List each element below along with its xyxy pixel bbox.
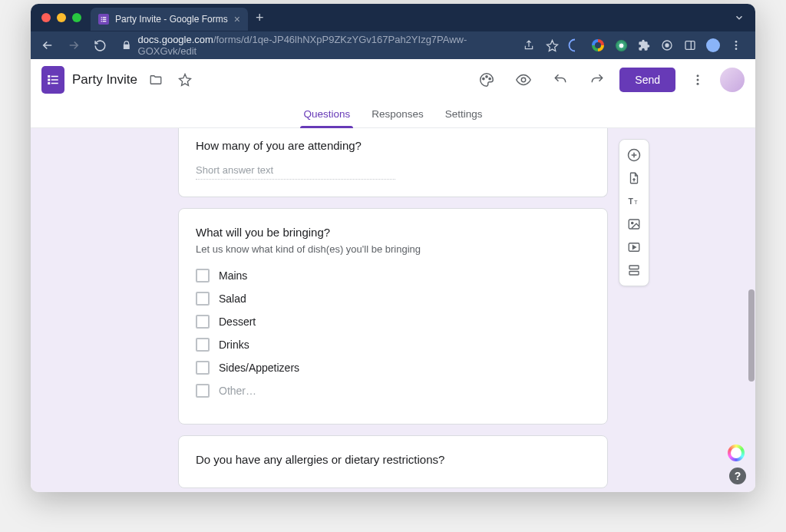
svg-point-32 xyxy=(632,222,633,223)
question-card[interactable]: What will you be bringing? Let us know w… xyxy=(178,208,608,425)
new-tab-button[interactable]: + xyxy=(248,10,272,26)
question-title[interactable]: How many of you are attending? xyxy=(196,139,590,152)
option-label[interactable]: Sides/Appetizers xyxy=(219,362,299,374)
svg-rect-8 xyxy=(685,41,695,50)
question-description[interactable]: Let us know what kind of dish(es) you'll… xyxy=(196,243,590,255)
add-section-button[interactable] xyxy=(620,259,648,281)
question-card[interactable]: How many of you are attending? Short ans… xyxy=(178,128,608,197)
checkbox-option[interactable]: Drinks xyxy=(196,338,590,352)
svg-rect-5 xyxy=(103,21,107,21)
close-window-button[interactable] xyxy=(41,13,51,22)
star-bookmark-icon[interactable] xyxy=(542,35,562,55)
svg-rect-34 xyxy=(629,266,639,269)
back-button[interactable] xyxy=(37,35,58,56)
close-tab-icon[interactable]: × xyxy=(234,13,240,25)
short-answer-placeholder: Short answer text xyxy=(196,164,395,180)
checkbox-option[interactable]: Salad xyxy=(196,292,590,306)
url-host: docs.google.com/forms/d/1qe-JP46lhNXpP9Z… xyxy=(138,34,514,57)
svg-point-19 xyxy=(483,78,484,80)
add-video-button[interactable] xyxy=(620,236,648,258)
browser-tab[interactable]: Party Invite - Google Forms × xyxy=(91,8,248,31)
extensions-puzzle-icon[interactable] xyxy=(634,35,654,55)
svg-point-25 xyxy=(697,83,699,85)
side-panel-icon[interactable] xyxy=(680,35,700,55)
svg-rect-31 xyxy=(629,220,639,229)
checkbox-icon xyxy=(196,315,210,329)
more-options-icon[interactable] xyxy=(683,65,712,94)
option-label-other[interactable]: Other… xyxy=(219,385,256,397)
ai-assistant-icon[interactable] xyxy=(728,444,745,461)
forward-button[interactable] xyxy=(63,35,84,56)
svg-point-24 xyxy=(697,79,699,81)
extension-icon-2[interactable] xyxy=(588,35,608,55)
question-card[interactable]: Do you have any allergies or dietary res… xyxy=(178,435,608,488)
option-label[interactable]: Mains xyxy=(219,269,247,282)
svg-rect-2 xyxy=(101,19,102,20)
share-icon[interactable] xyxy=(519,35,539,55)
document-title[interactable]: Party Invite xyxy=(72,72,137,88)
svg-text:T: T xyxy=(634,199,638,206)
undo-icon[interactable] xyxy=(546,65,575,94)
checkbox-option[interactable]: Dessert xyxy=(196,315,590,329)
checkbox-icon xyxy=(196,384,210,398)
forms-logo-icon[interactable] xyxy=(41,66,64,94)
svg-point-12 xyxy=(735,48,738,50)
svg-rect-14 xyxy=(51,76,58,78)
profile-icon[interactable] xyxy=(703,35,723,55)
add-question-button[interactable] xyxy=(620,144,648,166)
send-button[interactable]: Send xyxy=(619,68,675,92)
svg-point-23 xyxy=(697,74,699,77)
option-label[interactable]: Salad xyxy=(219,292,246,305)
extension-icon-1[interactable] xyxy=(565,35,585,55)
checkbox-icon xyxy=(196,338,210,352)
svg-rect-1 xyxy=(103,17,107,18)
maximize-window-button[interactable] xyxy=(72,13,81,22)
extension-icon-4[interactable] xyxy=(657,35,677,55)
option-label[interactable]: Dessert xyxy=(219,316,256,328)
browser-menu-icon[interactable] xyxy=(726,35,746,55)
browser-window: Party Invite - Google Forms × + docs.goo… xyxy=(31,4,755,492)
checkbox-icon xyxy=(196,269,210,283)
floating-toolbar: TT xyxy=(619,139,649,286)
tab-settings[interactable]: Settings xyxy=(445,101,483,128)
checkbox-option-other[interactable]: Other… xyxy=(196,384,590,398)
scrollbar-thumb[interactable] xyxy=(748,289,755,382)
extension-icon-3[interactable] xyxy=(611,35,631,55)
question-title[interactable]: Do you have any allergies or dietary res… xyxy=(196,453,590,466)
svg-rect-16 xyxy=(51,79,58,81)
preview-icon[interactable] xyxy=(509,65,538,94)
redo-icon[interactable] xyxy=(583,65,612,94)
account-avatar[interactable] xyxy=(720,68,745,92)
star-icon[interactable] xyxy=(174,69,196,91)
customize-theme-icon[interactable] xyxy=(472,65,501,94)
add-image-button[interactable] xyxy=(620,213,648,235)
move-folder-icon[interactable] xyxy=(145,69,167,91)
url-bar-actions xyxy=(519,35,749,55)
svg-point-7 xyxy=(665,44,669,47)
checkbox-option[interactable]: Sides/Appetizers xyxy=(196,361,590,375)
tab-title: Party Invite - Google Forms xyxy=(115,14,228,25)
tab-responses[interactable]: Responses xyxy=(372,101,424,128)
svg-point-21 xyxy=(489,78,490,80)
svg-point-11 xyxy=(735,45,738,47)
add-title-button[interactable]: TT xyxy=(620,190,648,212)
svg-rect-3 xyxy=(103,19,107,20)
option-label[interactable]: Drinks xyxy=(219,339,249,351)
svg-point-10 xyxy=(735,41,738,43)
svg-rect-13 xyxy=(48,75,50,78)
reload-button[interactable] xyxy=(89,35,111,56)
forms-favicon-icon xyxy=(98,14,109,25)
tab-questions[interactable]: Questions xyxy=(303,101,350,128)
tab-overflow-icon[interactable] xyxy=(734,12,749,23)
svg-rect-0 xyxy=(101,17,102,18)
svg-rect-35 xyxy=(629,272,639,276)
minimize-window-button[interactable] xyxy=(57,13,66,22)
address-bar[interactable]: docs.google.com/forms/d/1qe-JP46lhNXpP9Z… xyxy=(115,34,514,57)
url-bar: docs.google.com/forms/d/1qe-JP46lhNXpP9Z… xyxy=(31,31,755,59)
svg-rect-17 xyxy=(48,82,50,84)
svg-rect-15 xyxy=(48,79,50,81)
import-questions-button[interactable] xyxy=(620,167,648,189)
question-title[interactable]: What will you be bringing? xyxy=(196,226,590,239)
checkbox-option[interactable]: Mains xyxy=(196,269,590,283)
help-icon[interactable]: ? xyxy=(729,468,746,484)
